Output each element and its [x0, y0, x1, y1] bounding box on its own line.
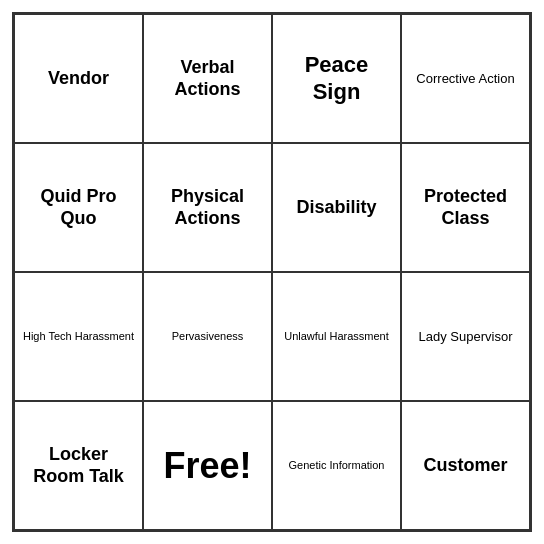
cell-text-4: Quid Pro Quo	[21, 186, 136, 229]
bingo-card: VendorVerbal ActionsPeace SignCorrective…	[12, 12, 532, 532]
cell-text-14: Genetic Information	[289, 459, 385, 472]
cell-text-3: Corrective Action	[416, 71, 514, 87]
bingo-cell-5: Physical Actions	[143, 143, 272, 272]
bingo-cell-0: Vendor	[14, 14, 143, 143]
bingo-cell-4: Quid Pro Quo	[14, 143, 143, 272]
cell-text-1: Verbal Actions	[150, 57, 265, 100]
bingo-cell-1: Verbal Actions	[143, 14, 272, 143]
bingo-cell-11: Lady Supervisor	[401, 272, 530, 401]
cell-text-2: Peace Sign	[279, 52, 394, 105]
bingo-cell-10: Unlawful Harassment	[272, 272, 401, 401]
bingo-cell-15: Customer	[401, 401, 530, 530]
bingo-cell-13: Free!	[143, 401, 272, 530]
cell-text-7: Protected Class	[408, 186, 523, 229]
cell-text-0: Vendor	[48, 68, 109, 90]
bingo-cell-6: Disability	[272, 143, 401, 272]
cell-text-9: Pervasiveness	[172, 330, 244, 343]
bingo-cell-14: Genetic Information	[272, 401, 401, 530]
cell-text-6: Disability	[296, 197, 376, 219]
cell-text-12: Locker Room Talk	[21, 444, 136, 487]
cell-text-8: High Tech Harassment	[23, 330, 134, 343]
bingo-cell-12: Locker Room Talk	[14, 401, 143, 530]
cell-text-13: Free!	[163, 444, 251, 487]
cell-text-5: Physical Actions	[150, 186, 265, 229]
bingo-cell-7: Protected Class	[401, 143, 530, 272]
bingo-cell-3: Corrective Action	[401, 14, 530, 143]
cell-text-10: Unlawful Harassment	[284, 330, 389, 343]
cell-text-15: Customer	[423, 455, 507, 477]
cell-text-11: Lady Supervisor	[419, 329, 513, 345]
bingo-cell-2: Peace Sign	[272, 14, 401, 143]
bingo-cell-9: Pervasiveness	[143, 272, 272, 401]
bingo-cell-8: High Tech Harassment	[14, 272, 143, 401]
